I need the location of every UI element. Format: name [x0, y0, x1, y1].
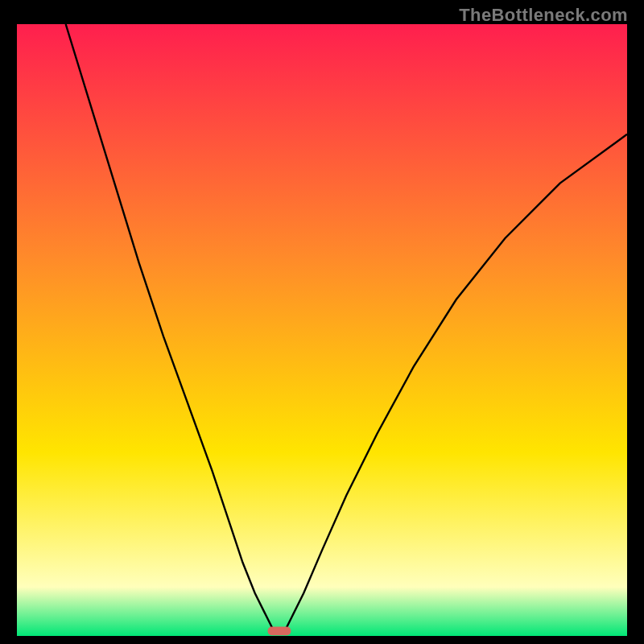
chart-frame: TheBottleneck.com — [0, 0, 644, 644]
watermark-text: TheBottleneck.com — [459, 5, 628, 26]
optimum-marker — [268, 627, 291, 636]
bottleneck-chart — [17, 24, 627, 636]
gradient-background — [17, 24, 627, 636]
